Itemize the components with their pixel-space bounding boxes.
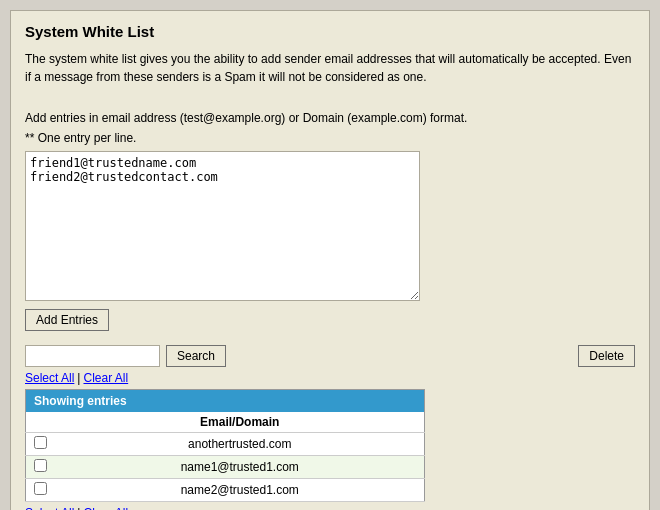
add-entries-button[interactable]: Add Entries: [25, 309, 109, 331]
delete-button-top[interactable]: Delete: [578, 345, 635, 367]
clear-all-link-bottom[interactable]: Clear All: [83, 506, 128, 510]
select-all-link-top[interactable]: Select All: [25, 371, 74, 385]
row-checkbox-3[interactable]: [26, 479, 56, 502]
table-header-row: Showing entries: [26, 390, 425, 413]
clear-all-link-top[interactable]: Clear All: [83, 371, 128, 385]
col-header-checkbox: [26, 412, 56, 433]
row-email-3: name2@trusted1.com: [56, 479, 425, 502]
entries-table: Showing entries Email/Domain anothertrus…: [25, 389, 425, 502]
row-checkbox-2[interactable]: [26, 456, 56, 479]
table-row: name2@trusted1.com: [26, 479, 425, 502]
page-container: System White List The system white list …: [10, 10, 650, 510]
select-all-link-bottom[interactable]: Select All: [25, 506, 74, 510]
email-entries-textarea[interactable]: [25, 151, 420, 301]
one-per-line-note: ** One entry per line.: [25, 131, 635, 145]
row-checkbox-1[interactable]: [26, 433, 56, 456]
row-email-1: anothertrusted.com: [56, 433, 425, 456]
select-clear-row-bottom: Select All | Clear All: [25, 506, 635, 510]
row-email-2: name1@trusted1.com: [56, 456, 425, 479]
search-input[interactable]: [25, 345, 160, 367]
table-row: name1@trusted1.com: [26, 456, 425, 479]
format-note: Add entries in email address (test@examp…: [25, 111, 635, 125]
search-button[interactable]: Search: [166, 345, 226, 367]
col-header-email: Email/Domain: [56, 412, 425, 433]
select-clear-row-top: Select All | Clear All: [25, 371, 635, 385]
search-row: Search Delete: [25, 345, 635, 367]
table-row: anothertrusted.com: [26, 433, 425, 456]
col-header-row: Email/Domain: [26, 412, 425, 433]
page-description: The system white list gives you the abil…: [25, 50, 635, 86]
page-title: System White List: [25, 23, 635, 40]
table-header-label: Showing entries: [26, 390, 425, 413]
